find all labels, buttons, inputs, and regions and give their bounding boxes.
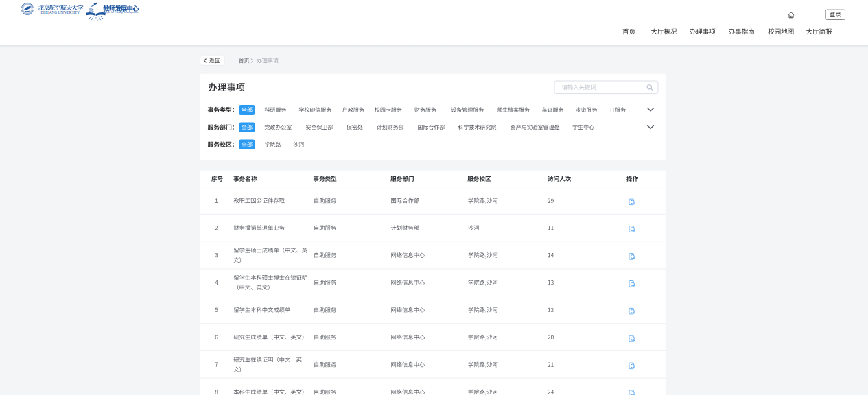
svg-text:Center for Faculty Development: Center for Faculty Development <box>103 11 138 14</box>
svg-text:BEIHANG UNIVERSITY: BEIHANG UNIVERSITY <box>41 10 80 14</box>
